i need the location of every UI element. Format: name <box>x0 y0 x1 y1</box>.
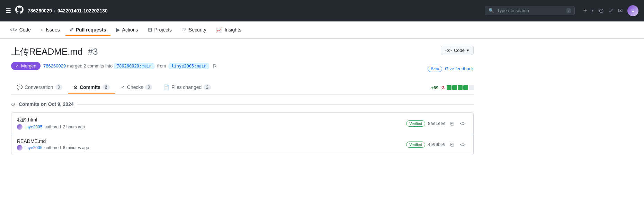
pr-title: 上传README.md #3 <box>11 46 98 58</box>
nav-insights[interactable]: 📈 Insights <box>212 24 245 36</box>
tab-conversation[interactable]: 💬 Conversation 0 <box>11 81 68 94</box>
nav-actions[interactable]: ▶ Actions <box>112 24 142 36</box>
pull-requests-icon[interactable]: ⤢ <box>609 7 613 14</box>
copy-sha-button-1[interactable]: ⎘ <box>448 119 455 128</box>
beta-badge: Beta <box>428 66 442 72</box>
plus-icon[interactable]: + <box>583 7 587 14</box>
security-icon: 🛡 <box>181 27 187 33</box>
commit-sha-2[interactable]: 4e90be9 <box>428 142 446 147</box>
head-branch[interactable]: linye2005:main <box>169 63 209 69</box>
browse-files-button-1[interactable]: <> <box>458 119 468 128</box>
nav-projects[interactable]: ⊞ Projects <box>144 24 176 36</box>
diff-blocks <box>447 85 474 90</box>
diff-stats: +69 -3 <box>431 85 474 90</box>
section-divider <box>77 104 474 104</box>
tab-files-changed[interactable]: 📄 Files changed 2 <box>158 81 216 94</box>
table-row: 我的.html linye2005 authored 2 hours ago V… <box>11 113 473 134</box>
commits-label: Commits <box>80 84 100 90</box>
merged-icon: ⤢ <box>15 63 19 69</box>
diff-block-5 <box>469 85 474 90</box>
nav-pull-requests-label: Pull requests <box>76 27 106 33</box>
copilot-icon[interactable]: ⊙ <box>599 7 604 15</box>
conversation-label: Conversation <box>25 84 53 90</box>
actions-icon: ▶ <box>116 27 120 33</box>
site-header: ☰ 786260029 / 042201401-102202130 🔍 Type… <box>0 0 644 21</box>
issues-icon: ○ <box>41 27 44 33</box>
insights-icon: 📈 <box>216 27 223 33</box>
code-dropdown-icon: ▾ <box>467 48 469 53</box>
nav-security[interactable]: 🛡 Security <box>177 24 211 36</box>
checks-icon: ✓ <box>121 84 125 90</box>
commit-info-1: 我的.html linye2005 authored 2 hours ago <box>17 117 402 130</box>
commit-actions-1: Verified 8ae1eee ⎘ <> <box>406 119 468 128</box>
breadcrumb-repo[interactable]: 042201401-102202130 <box>57 8 108 13</box>
github-logo[interactable] <box>15 6 24 16</box>
search-bar[interactable]: 🔍 Type / to search / <box>485 6 575 15</box>
breadcrumb-user[interactable]: 786260029 <box>28 8 52 13</box>
nav-security-label: Security <box>189 27 206 33</box>
commit-time-1: 2 hours ago <box>63 125 85 129</box>
pull-requests-nav-icon: ⤢ <box>70 27 74 33</box>
merged-badge: ⤢ Merged <box>11 62 41 70</box>
commit-author-2[interactable]: linye2005 <box>25 145 42 150</box>
commits-list: 我的.html linye2005 authored 2 hours ago V… <box>11 112 474 155</box>
nav-issues-label: Issues <box>46 27 60 33</box>
diff-block-2 <box>452 85 457 90</box>
hamburger-menu[interactable]: ☰ <box>6 7 11 15</box>
search-icon: 🔍 <box>489 8 494 13</box>
commit-avatar-2 <box>17 145 23 151</box>
nav-pull-requests[interactable]: ⤢ Pull requests <box>65 24 110 36</box>
commits-date-text: Commits on Oct 9, 2024 <box>19 101 74 107</box>
commit-authored-text-2: authored <box>44 145 61 150</box>
commit-authored-text-1: authored <box>44 125 61 129</box>
commits-section: ⊙ Commits on Oct 9, 2024 我的.html linye20… <box>11 101 474 155</box>
tab-commits[interactable]: ⊙ Commits 2 <box>68 81 115 94</box>
nav-code-label: Code <box>19 27 31 33</box>
nav-issues[interactable]: ○ Issues <box>36 24 64 36</box>
commit-actions-2: Verified 4e90be9 ⎘ <> <box>406 140 468 149</box>
search-placeholder: Type / to search <box>497 8 529 13</box>
nav-code[interactable]: </> Code <box>6 24 35 36</box>
code-button[interactable]: </> Code ▾ <box>441 46 474 55</box>
commits-icon: ⊙ <box>73 84 78 90</box>
nav-projects-label: Projects <box>154 27 172 33</box>
commit-time-2: 8 minutes ago <box>63 145 89 150</box>
commit-title-1: 我的.html <box>17 117 402 123</box>
search-shortcut: / <box>566 8 571 13</box>
breadcrumb-separator: / <box>54 8 55 13</box>
user-avatar[interactable]: U <box>627 5 638 16</box>
copy-sha-button-2[interactable]: ⎘ <box>448 140 455 149</box>
code-button-label: Code <box>454 48 465 53</box>
diff-block-3 <box>458 85 463 90</box>
commits-count: 2 <box>102 84 110 90</box>
tab-checks[interactable]: ✓ Checks 0 <box>115 81 158 94</box>
diff-block-1 <box>447 85 451 90</box>
give-feedback-area: Beta Give feedback <box>428 66 474 72</box>
commit-author-1[interactable]: linye2005 <box>25 125 42 129</box>
commit-info-2: README.md linye2005 authored 8 minutes a… <box>17 138 402 151</box>
code-icon: </> <box>10 27 17 33</box>
commit-author-line-1: linye2005 authored 2 hours ago <box>17 124 402 130</box>
verified-badge-2: Verified <box>406 142 425 148</box>
merged-by-user[interactable]: 786260029 <box>43 63 66 69</box>
conversation-icon: 💬 <box>17 84 23 90</box>
commit-avatar-1 <box>17 124 23 130</box>
copy-branch-icon[interactable]: ⎘ <box>212 63 217 70</box>
dropdown-icon[interactable]: ▾ <box>592 8 594 13</box>
browse-files-button-2[interactable]: <> <box>458 140 468 149</box>
breadcrumb: 786260029 / 042201401-102202130 <box>28 8 108 13</box>
commit-author-line-2: linye2005 authored 8 minutes ago <box>17 145 402 151</box>
inbox-icon[interactable]: ✉ <box>618 7 623 14</box>
verified-badge-1: Verified <box>406 120 425 127</box>
commit-sha-1[interactable]: 8ae1eee <box>428 121 446 126</box>
commits-dot-icon: ⊙ <box>11 101 15 107</box>
commits-date-header: ⊙ Commits on Oct 9, 2024 <box>11 101 474 107</box>
commit-title-2: README.md <box>17 138 402 144</box>
header-actions: + ▾ ⊙ ⤢ ✉ U <box>583 5 638 16</box>
repo-nav: </> Code ○ Issues ⤢ Pull requests ▶ Acti… <box>0 21 644 39</box>
give-feedback-link[interactable]: Give feedback <box>445 66 474 71</box>
conversation-count: 0 <box>55 84 63 90</box>
base-branch[interactable]: 786260029:main <box>114 63 154 69</box>
merged-label: Merged <box>21 63 36 69</box>
pr-title-text: 上传README.md <box>11 46 83 57</box>
